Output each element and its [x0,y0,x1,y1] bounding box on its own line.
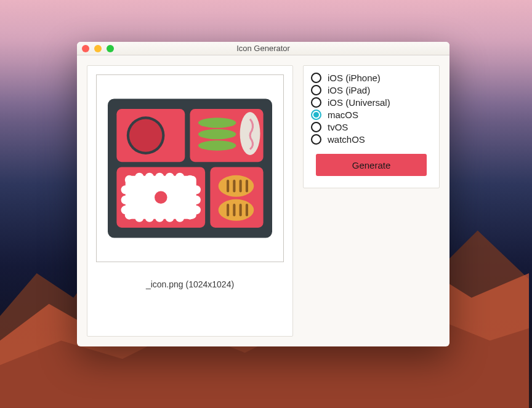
svg-point-23 [165,213,174,222]
svg-point-21 [145,213,154,222]
window-title: Icon Generator [77,44,449,53]
radio-button-icon [311,134,321,145]
radio-button-icon [311,85,321,95]
svg-point-33 [219,175,254,197]
platform-radio-label: tvOS [328,122,348,132]
svg-point-28 [121,206,130,214]
svg-point-15 [155,173,164,182]
bento-box-icon [108,86,272,250]
svg-point-38 [219,199,254,221]
svg-rect-42 [246,204,248,217]
platform-radio-group: iOS (iPhone)iOS (iPad)iOS (Universal)mac… [311,72,432,145]
svg-point-12 [125,175,134,184]
radio-button-icon [311,122,321,132]
svg-point-22 [155,213,164,222]
platform-radio-item[interactable]: iOS (iPhone) [311,72,432,84]
window-controls [82,45,114,52]
close-button[interactable] [82,45,89,52]
svg-point-31 [192,206,201,214]
minimize-button[interactable] [94,45,102,52]
icon-preview-frame[interactable] [96,74,284,262]
platform-radio-item[interactable]: macOS [311,109,432,121]
svg-point-29 [192,185,201,194]
svg-rect-39 [227,204,229,217]
platform-radio-label: macOS [328,110,358,120]
svg-point-24 [175,213,184,222]
preview-panel: _icon.png (1024x1024) [87,65,293,337]
svg-point-17 [175,173,184,182]
svg-rect-40 [233,204,235,217]
platform-radio-label: watchOS [328,134,365,145]
svg-point-30 [192,196,201,204]
svg-point-7 [198,140,236,150]
app-window: Icon Generator [77,42,449,346]
svg-rect-35 [233,180,235,193]
svg-rect-41 [240,204,242,217]
preview-filename: _icon.png (1024x1024) [146,279,234,289]
platform-radio-item[interactable]: iOS (Universal) [311,97,432,108]
svg-point-5 [198,118,236,127]
options-panel: iOS (iPhone)iOS (iPad)iOS (Universal)mac… [303,65,440,188]
platform-radio-item[interactable]: tvOS [311,121,432,133]
radio-button-icon [311,97,321,108]
svg-point-27 [121,196,130,204]
platform-radio-item[interactable]: iOS (iPad) [311,84,432,96]
svg-point-16 [165,173,174,182]
zoom-button[interactable] [107,45,114,52]
svg-rect-36 [240,180,242,193]
svg-point-20 [135,213,143,222]
svg-point-26 [121,185,130,194]
platform-radio-label: iOS (Universal) [328,97,390,108]
radio-button-icon [311,110,321,120]
generate-button[interactable]: Generate [316,154,427,176]
radio-button-icon [311,73,321,83]
svg-point-3 [129,119,162,151]
platform-radio-item[interactable]: watchOS [311,134,432,145]
svg-point-14 [145,173,154,182]
platform-radio-label: iOS (iPhone) [328,73,381,83]
svg-rect-34 [227,180,229,193]
svg-point-18 [185,175,194,184]
svg-point-11 [155,191,167,204]
window-titlebar[interactable]: Icon Generator [77,42,449,55]
window-content: _icon.png (1024x1024) iOS (iPhone)iOS (i… [77,55,449,346]
svg-rect-37 [246,180,248,193]
platform-radio-label: iOS (iPad) [328,85,370,95]
svg-point-13 [135,173,143,182]
svg-point-6 [198,129,236,139]
